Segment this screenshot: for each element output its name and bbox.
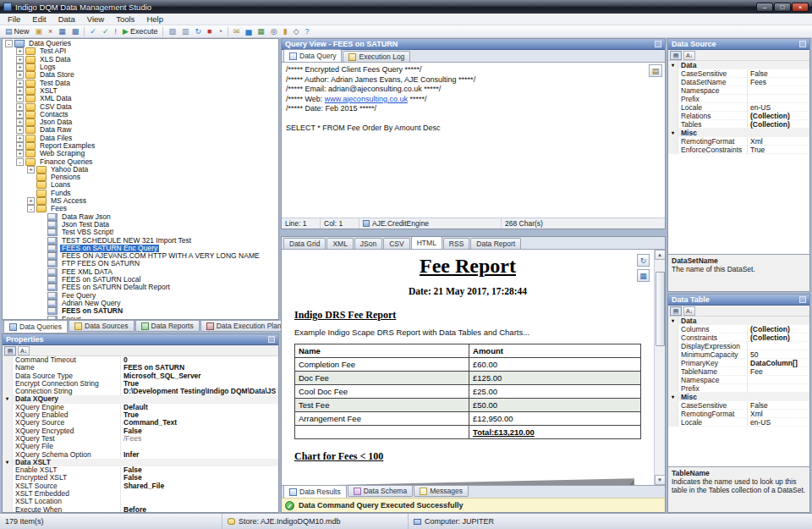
property-row[interactable]: Data Source Type Microsoft_SQL_Server xyxy=(3,372,278,380)
property-row[interactable]: DataSetName Fees xyxy=(668,78,809,86)
toolbar-button[interactable]: ▦ xyxy=(255,25,267,37)
property-row[interactable]: Name FEES on SATURN xyxy=(3,364,278,372)
property-row[interactable]: Locale en-US xyxy=(668,418,809,427)
property-value[interactable]: en-US xyxy=(748,103,809,112)
alphabetical-icon[interactable]: A↓ xyxy=(18,346,30,355)
refresh-icon[interactable]: ↻ xyxy=(637,254,650,267)
property-value[interactable]: True xyxy=(121,380,278,388)
explorer-tab[interactable]: Data Reports xyxy=(135,321,200,332)
scroll-up-icon[interactable]: ▲ xyxy=(655,250,666,260)
pin-icon[interactable] xyxy=(799,296,806,303)
property-row[interactable]: Constraints (Collection) xyxy=(668,333,809,342)
explorer-tab[interactable]: Data Execution Plans xyxy=(200,321,291,332)
property-value[interactable]: FEES on SATURN xyxy=(121,364,278,372)
property-row[interactable]: Data XSLT xyxy=(3,459,278,466)
toolbar-button[interactable]: ▣ xyxy=(33,25,46,37)
property-value[interactable]: D:\Development Testing\Indigo DQM\Data\J… xyxy=(121,388,278,395)
property-row[interactable]: Tables (Collection) xyxy=(668,120,809,129)
results-tab[interactable]: RSS xyxy=(443,238,469,249)
categorized-icon[interactable]: ▤ xyxy=(670,306,682,316)
property-row[interactable]: TableName Fee xyxy=(668,367,809,376)
property-row[interactable]: EnforceConstraints True xyxy=(668,146,809,154)
tree-expander-icon[interactable]: - xyxy=(27,205,35,212)
results-bottom-tab[interactable]: Data Schema xyxy=(348,486,414,497)
alphabetical-icon[interactable]: A↓ xyxy=(683,306,695,316)
tree-expander-icon[interactable]: + xyxy=(16,142,24,150)
results-tab[interactable]: XML xyxy=(326,238,353,249)
tree-expander-icon[interactable]: + xyxy=(16,103,24,111)
save-icon[interactable]: ▦ xyxy=(637,269,650,282)
property-value[interactable]: Infer xyxy=(121,451,278,459)
tree-item[interactable]: FEES on SATURN xyxy=(3,307,278,315)
property-value[interactable]: True xyxy=(748,146,809,154)
query-tab[interactable]: Data Query xyxy=(283,49,342,62)
tree-expander-icon[interactable]: + xyxy=(27,166,35,174)
property-value[interactable]: Fee xyxy=(748,367,809,376)
property-row[interactable]: Namespace xyxy=(668,376,809,384)
property-value[interactable]: Fees xyxy=(748,78,809,86)
property-value[interactable]: Xml xyxy=(748,137,809,146)
notes-icon[interactable]: ▤ xyxy=(649,64,662,77)
tree-expander-icon[interactable]: - xyxy=(5,40,13,47)
menu-item[interactable]: Data xyxy=(52,14,81,25)
explorer-tab[interactable]: Data Queries xyxy=(3,321,68,333)
categorized-icon[interactable]: ▤ xyxy=(4,346,16,355)
web-link[interactable]: www.ajeconsulting.co.uk xyxy=(325,95,408,103)
tree-item[interactable]: Data Raw Json xyxy=(3,213,278,221)
property-row[interactable]: XQuery Enabled True xyxy=(3,411,278,419)
toolbar-button[interactable]: ▥ xyxy=(179,25,192,37)
property-value[interactable]: True xyxy=(121,411,278,419)
property-row[interactable]: XQuery Engine Default xyxy=(3,404,278,411)
menu-item[interactable]: View xyxy=(81,14,110,25)
property-row[interactable]: Data XQuery xyxy=(3,395,278,403)
alphabetical-icon[interactable]: A↓ xyxy=(683,51,695,60)
tree-expander-icon[interactable]: + xyxy=(16,111,24,118)
tree-expander-icon[interactable]: + xyxy=(16,71,24,79)
toolbar-button[interactable]: ■ xyxy=(205,25,214,37)
property-row[interactable]: XQuery Encrypted False xyxy=(3,427,278,435)
property-value[interactable]: False xyxy=(748,401,809,410)
property-value[interactable]: False xyxy=(748,69,809,78)
property-row[interactable]: DisplayExpression xyxy=(668,342,809,350)
toolbar-button[interactable]: ◔ xyxy=(215,25,224,37)
results-bottom-tab[interactable]: Messages xyxy=(414,486,469,497)
pin-icon[interactable] xyxy=(799,41,806,47)
toolbar-button[interactable]: ✓ xyxy=(87,25,99,37)
toolbar-button[interactable]: × xyxy=(46,25,55,37)
property-row[interactable]: Relations (Collection) xyxy=(668,112,809,120)
property-value[interactable]: DataColumn[] xyxy=(748,359,809,367)
tree-item[interactable]: Pensions xyxy=(3,174,278,181)
property-row[interactable]: Columns (Collection) xyxy=(668,325,809,333)
tree-expander-icon[interactable]: + xyxy=(27,197,35,205)
scrollbar-thumb[interactable] xyxy=(656,272,665,346)
property-row[interactable]: XQuery Schema Option Infer xyxy=(3,451,278,459)
results-tab[interactable]: JSon xyxy=(354,238,382,249)
pin-icon[interactable] xyxy=(655,41,661,47)
property-row[interactable]: Encrypted XSLT False xyxy=(3,474,278,482)
property-row[interactable]: Command Timeout 0 xyxy=(3,356,278,364)
property-value[interactable]: False xyxy=(121,474,278,482)
property-row[interactable]: XSLT Embedded xyxy=(3,490,278,498)
property-row[interactable]: Execute When Before xyxy=(3,506,278,512)
property-row[interactable]: Prefix xyxy=(668,384,809,393)
toolbar-button[interactable]: ◇ xyxy=(291,25,302,37)
toolbar-button[interactable]: ▮ xyxy=(281,25,290,37)
toolbar-button[interactable]: ✉ xyxy=(231,25,243,37)
toolbar-button[interactable]: ? xyxy=(303,25,312,37)
property-value[interactable]: (Collection) xyxy=(748,112,809,120)
tree-item[interactable]: FEE XML DATA xyxy=(3,268,278,276)
menu-item[interactable]: Help xyxy=(140,14,169,25)
menu-item[interactable]: File xyxy=(2,14,26,25)
tree-item[interactable]: FEES ON AJEVANS.COM HTTP WITH A VERY LON… xyxy=(3,252,278,260)
toolbar-button[interactable]: ▶ Execute xyxy=(120,25,160,37)
tree-expander-icon[interactable]: - xyxy=(16,158,24,166)
maximize-icon[interactable]: □ xyxy=(774,3,791,12)
results-tab[interactable]: Data Grid xyxy=(283,238,326,249)
property-value[interactable]: 0 xyxy=(121,356,278,364)
toolbar-button[interactable] xyxy=(228,27,228,36)
scroll-down-icon[interactable]: ▼ xyxy=(655,475,666,485)
tree-item[interactable]: Funds xyxy=(3,190,278,197)
toolbar-button[interactable]: ▅ xyxy=(243,25,254,37)
property-row[interactable]: XSLT Source Shared_File xyxy=(3,482,278,490)
menu-item[interactable]: Tools xyxy=(110,14,140,25)
